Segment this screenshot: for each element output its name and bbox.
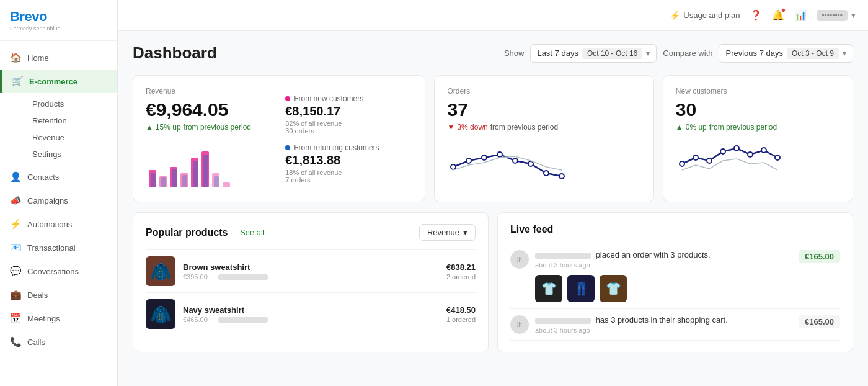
feed-time: about 3 hours ago bbox=[535, 326, 792, 334]
sidebar-item-automations[interactable]: ⚡ Automations bbox=[0, 212, 117, 236]
product-ordered: 1 ordered bbox=[446, 316, 476, 323]
title-separator: · bbox=[230, 228, 232, 237]
products-panel-header: Popular products · See all Revenue ▾ bbox=[146, 224, 476, 241]
new-customers-trend: ▲ 0% up from previous period bbox=[676, 123, 840, 132]
reports-icon[interactable]: 📊 bbox=[794, 9, 807, 21]
sidebar-label-deals: Deals bbox=[27, 290, 48, 300]
feed-action: has 3 products in their shopping cart. bbox=[596, 315, 728, 325]
products-panel-title: Popular products bbox=[146, 227, 228, 238]
product-stats: €418.50 1 ordered bbox=[446, 305, 476, 323]
logo-area: Brevo Formerly sendinblue bbox=[0, 0, 117, 41]
feed-item: jh has 3 products in their shopping cart… bbox=[510, 309, 840, 341]
date-range-label: Last 7 days bbox=[537, 48, 578, 58]
svg-rect-10 bbox=[182, 175, 187, 187]
sidebar: Brevo Formerly sendinblue 🏠 Home 🛒 E-com… bbox=[0, 0, 118, 386]
meetings-icon: 📅 bbox=[10, 313, 21, 324]
products-dropdown-chevron-icon: ▾ bbox=[463, 228, 467, 237]
stats-cards: Revenue €9,964.05 ▲ 15% up from previous… bbox=[133, 75, 853, 202]
svg-point-28 bbox=[748, 152, 753, 157]
sidebar-item-meetings[interactable]: 📅 Meetings bbox=[0, 307, 117, 330]
main-area: ⚡ Usage and plan ❓ 🔔 📊 •••••••• ▾ Dashbo… bbox=[118, 0, 868, 386]
automations-icon: ⚡ bbox=[10, 218, 21, 230]
returning-customers-value: €1,813.88 bbox=[285, 153, 412, 168]
product-revenue: €838.21 bbox=[446, 263, 476, 272]
logo: Brevo bbox=[10, 9, 107, 25]
sidebar-item-campaigns[interactable]: 📣 Campaigns bbox=[0, 189, 117, 212]
svg-rect-9 bbox=[172, 169, 177, 187]
bottom-panels: Popular products · See all Revenue ▾ 🧥 bbox=[133, 212, 853, 352]
product-item: 🧥 Brown sweatshirt €395.00 · €838.21 2 o… bbox=[146, 249, 476, 292]
trend-up-icon: ▲ bbox=[676, 123, 683, 132]
feed-text: placed an order with 3 products. bbox=[535, 250, 792, 259]
help-icon[interactable]: ❓ bbox=[750, 9, 762, 21]
live-feed-header: Live feed bbox=[510, 224, 840, 235]
popular-products-panel: Popular products · See all Revenue ▾ 🧥 bbox=[133, 212, 489, 352]
orders-trend-desc: from previous period bbox=[490, 123, 558, 132]
svg-point-29 bbox=[761, 148, 766, 153]
svg-point-23 bbox=[680, 161, 684, 166]
feed-time: about 3 hours ago bbox=[535, 261, 792, 269]
product-item: 🧥 Navy sweatshirt €465.00 · €418.50 1 or… bbox=[146, 292, 476, 335]
sidebar-item-settings[interactable]: Settings bbox=[27, 146, 117, 163]
svg-point-17 bbox=[482, 155, 487, 160]
orders-chart bbox=[447, 139, 640, 184]
orders-trend-pct: 3% down bbox=[457, 123, 487, 132]
orders-card: Orders 37 ▼ 3% down from previous period bbox=[434, 75, 653, 202]
feed-avatar: jh bbox=[510, 250, 529, 269]
returning-customers-split: From returning customers €1,813.88 18% o… bbox=[285, 143, 412, 184]
ecommerce-icon: 🛒 bbox=[12, 76, 23, 87]
svg-point-22 bbox=[559, 174, 564, 179]
calls-icon: 📞 bbox=[10, 336, 21, 348]
product-name: Brown sweatshirt bbox=[183, 263, 439, 272]
feed-products: 👕 👖 👕 bbox=[535, 275, 792, 302]
sidebar-item-products[interactable]: Products bbox=[27, 96, 117, 112]
sidebar-item-transactional[interactable]: 📧 Transactional bbox=[0, 236, 117, 259]
new-customers-chart bbox=[676, 139, 840, 184]
feed-amount-gray: €165.00 bbox=[799, 315, 840, 328]
conversations-icon: 💬 bbox=[10, 266, 21, 277]
sidebar-item-calls[interactable]: 📞 Calls bbox=[0, 330, 117, 354]
product-stats: €838.21 2 ordered bbox=[446, 263, 476, 281]
orders-label: Orders bbox=[447, 87, 640, 96]
user-menu[interactable]: •••••••• ▾ bbox=[817, 10, 856, 21]
compare-chevron-icon: ▾ bbox=[843, 49, 846, 58]
sidebar-item-deals[interactable]: 💼 Deals bbox=[0, 283, 117, 307]
svg-point-15 bbox=[451, 164, 456, 169]
notifications-icon[interactable]: 🔔 bbox=[772, 9, 784, 21]
date-range-chevron-icon: ▾ bbox=[646, 49, 650, 58]
transactional-icon: 📧 bbox=[10, 242, 21, 253]
svg-point-19 bbox=[513, 158, 518, 163]
new-customers-label: From new customers bbox=[294, 94, 363, 103]
product-name: Navy sweatshirt bbox=[183, 305, 439, 315]
compare-label: Compare with bbox=[663, 48, 712, 58]
product-info: Navy sweatshirt €465.00 · bbox=[183, 305, 439, 323]
sidebar-label-home: Home bbox=[27, 53, 49, 63]
sidebar-label-calls: Calls bbox=[27, 338, 45, 347]
see-all-link[interactable]: See all bbox=[240, 228, 265, 237]
campaigns-icon: 📣 bbox=[10, 195, 21, 206]
product-meta: €395.00 · bbox=[183, 273, 439, 281]
svg-point-21 bbox=[544, 171, 549, 176]
returning-customers-label: From returning customers bbox=[294, 143, 379, 152]
product-image: 🧥 bbox=[146, 299, 175, 329]
sidebar-item-contacts[interactable]: 👤 Contacts bbox=[0, 165, 117, 189]
sidebar-item-revenue[interactable]: Revenue bbox=[27, 129, 117, 146]
feed-product-thumb: 👖 bbox=[567, 275, 595, 302]
live-feed-panel: Live feed jh placed an order with 3 prod… bbox=[497, 212, 853, 352]
page-title: Dashboard bbox=[133, 43, 217, 63]
sidebar-item-retention[interactable]: Retention bbox=[27, 112, 117, 129]
sidebar-item-ecommerce[interactable]: 🛒 E-commerce bbox=[0, 70, 117, 93]
sidebar-item-conversations[interactable]: 💬 Conversations bbox=[0, 259, 117, 283]
trend-down-icon: ▼ bbox=[447, 123, 454, 132]
orders-value: 37 bbox=[447, 99, 640, 120]
topbar: ⚡ Usage and plan ❓ 🔔 📊 •••••••• ▾ bbox=[118, 0, 868, 31]
new-customers-card: New customers 30 ▲ 0% up from previous p… bbox=[663, 75, 853, 202]
sidebar-item-home[interactable]: 🏠 Home bbox=[0, 46, 117, 70]
feed-action: placed an order with 3 products. bbox=[596, 250, 711, 259]
usage-plan-button[interactable]: ⚡ Usage and plan bbox=[670, 11, 740, 20]
new-customers-trend-pct: 0% up bbox=[686, 123, 707, 132]
compare-range-picker[interactable]: Previous 7 days Oct 3 - Oct 9 ▾ bbox=[719, 44, 853, 63]
products-dropdown[interactable]: Revenue ▾ bbox=[419, 224, 476, 241]
revenue-card: Revenue €9,964.05 ▲ 15% up from previous… bbox=[133, 75, 425, 202]
date-range-picker[interactable]: Last 7 days Oct 10 - Oct 16 ▾ bbox=[530, 44, 657, 63]
